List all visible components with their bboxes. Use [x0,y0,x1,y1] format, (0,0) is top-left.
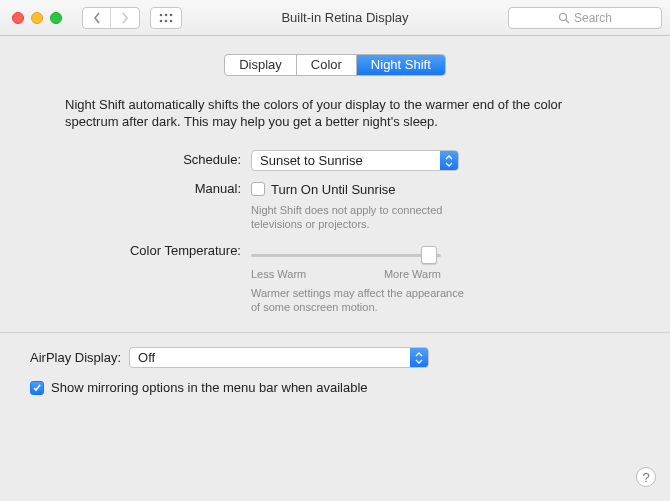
title-bar: Built-in Retina Display Search [0,0,670,36]
back-button[interactable] [83,8,111,28]
svg-point-0 [160,13,163,16]
divider [0,332,670,333]
color-temp-note: Warmer settings may affect the appearanc… [251,286,471,314]
svg-point-4 [165,19,168,22]
help-icon: ? [642,470,649,485]
manual-note: Night Shift does not apply to connected … [251,203,471,231]
chevron-left-icon [93,12,101,24]
svg-point-5 [170,19,173,22]
tab-color[interactable]: Color [297,55,357,75]
forward-button[interactable] [111,8,139,28]
chevron-right-icon [121,12,129,24]
search-input[interactable]: Search [508,7,662,29]
svg-point-1 [165,13,168,16]
color-temp-slider[interactable] [251,245,441,265]
tab-night-shift[interactable]: Night Shift [357,55,445,75]
schedule-value: Sunset to Sunrise [260,153,363,168]
color-temp-label: Color Temperature: [65,241,251,314]
airplay-value: Off [138,350,155,365]
mirroring-label: Show mirroring options in the menu bar w… [51,380,368,395]
svg-point-6 [559,13,566,20]
close-window-button[interactable] [12,12,24,24]
slider-min-label: Less Warm [251,268,306,280]
minimize-window-button[interactable] [31,12,43,24]
window-title: Built-in Retina Display [190,10,500,25]
airplay-select[interactable]: Off [129,347,429,368]
slider-max-label: More Warm [384,268,441,280]
manual-checkbox-label: Turn On Until Sunrise [271,182,396,197]
select-stepper-icon [410,348,428,367]
search-placeholder: Search [574,11,612,25]
nav-back-forward [82,7,140,29]
airplay-label: AirPlay Display: [30,350,121,365]
show-all-button[interactable] [150,7,182,29]
night-shift-description: Night Shift automatically shifts the col… [25,96,645,130]
display-tabs: Display Color Night Shift [224,54,446,76]
manual-checkbox[interactable] [251,182,265,196]
slider-knob[interactable] [421,246,437,264]
grid-icon [159,13,173,23]
svg-point-3 [160,19,163,22]
schedule-select[interactable]: Sunset to Sunrise [251,150,459,171]
mirroring-checkbox[interactable] [30,381,44,395]
manual-label: Manual: [65,179,251,231]
svg-point-2 [170,13,173,16]
traffic-lights [12,12,62,24]
select-stepper-icon [440,151,458,170]
help-button[interactable]: ? [636,467,656,487]
search-icon [558,12,570,24]
schedule-label: Schedule: [65,150,251,171]
zoom-window-button[interactable] [50,12,62,24]
tab-display[interactable]: Display [225,55,297,75]
svg-line-7 [566,20,569,23]
check-icon [32,383,42,393]
slider-track [251,254,441,257]
